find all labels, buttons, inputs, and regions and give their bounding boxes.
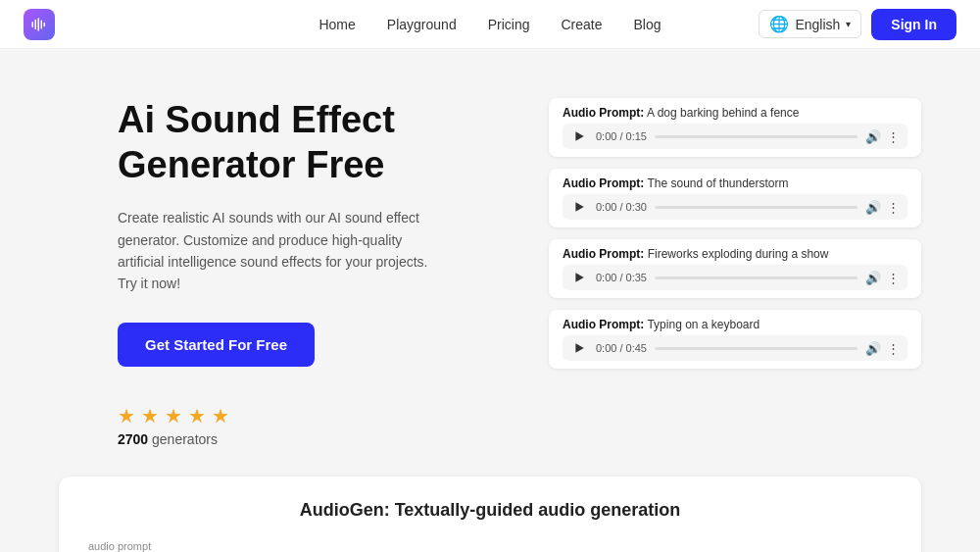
audio-label-3: Audio Prompt: Typing on a keyboard [563, 318, 907, 331]
nav-pricing[interactable]: Pricing [488, 17, 530, 32]
audio-progress-3[interactable] [655, 347, 858, 350]
audio-item-1: Audio Prompt: The sound of thunderstorm … [549, 169, 921, 227]
hero-title: Ai Sound Effect Generator Free [118, 98, 490, 187]
play-button-1[interactable] [570, 198, 588, 216]
volume-icon-0[interactable]: 🔊 [865, 129, 881, 144]
more-icon-3[interactable]: ⋮ [887, 341, 900, 356]
rating-count: 2700 [118, 431, 148, 447]
audio-time-1: 0:00 / 0:30 [596, 201, 647, 213]
svg-rect-0 [32, 22, 34, 27]
main-content: Ai Sound Effect Generator Free Create re… [0, 49, 980, 477]
nav-playground[interactable]: Playground [387, 17, 457, 32]
star-rating: ★ ★ ★ ★ ★ [118, 404, 490, 427]
hero-description: Create realistic AI sounds with our AI s… [118, 207, 431, 295]
more-icon-2[interactable]: ⋮ [887, 271, 900, 285]
volume-icon-1[interactable]: 🔊 [865, 200, 881, 215]
audio-controls-3: 🔊 ⋮ [865, 341, 900, 356]
audio-controls-2: 🔊 ⋮ [865, 271, 900, 285]
nav-blog[interactable]: Blog [633, 17, 661, 32]
more-icon-1[interactable]: ⋮ [887, 200, 900, 215]
nav-links: Home Playground Pricing Create Blog [318, 17, 661, 32]
logo[interactable] [24, 9, 55, 40]
audio-time-3: 0:00 / 0:45 [596, 342, 647, 354]
nav-home[interactable]: Home [318, 17, 355, 32]
hero-section: Ai Sound Effect Generator Free Create re… [118, 98, 490, 447]
svg-marker-5 [575, 131, 583, 141]
audio-prompt-label: audio prompt [88, 540, 603, 552]
svg-rect-3 [41, 20, 43, 28]
language-selector[interactable]: 🌐 English ▾ [759, 10, 861, 38]
chevron-down-icon: ▾ [846, 19, 851, 29]
audio-prompts-list: Audio Prompt: A dog barking behind a fen… [549, 98, 921, 369]
audio-progress-1[interactable] [655, 206, 858, 209]
navbar-right: 🌐 English ▾ Sign In [759, 9, 956, 40]
svg-marker-6 [575, 202, 583, 212]
audio-label-2: Audio Prompt: Fireworks exploding during… [563, 247, 907, 261]
audio-progress-2[interactable] [655, 276, 858, 279]
audio-label-1: Audio Prompt: The sound of thunderstorm [563, 176, 907, 190]
audio-controls-1: 🔊 ⋮ [865, 200, 900, 215]
star-3: ★ [165, 404, 182, 427]
audio-item-0: Audio Prompt: A dog barking behind a fen… [549, 98, 921, 157]
audio-label-0: Audio Prompt: A dog barking behind a fen… [563, 106, 907, 120]
audiogen-title: AudioGen: Textually-guided audio generat… [88, 500, 892, 521]
audio-progress-0[interactable] [655, 135, 858, 138]
audio-player-3: 0:00 / 0:45 🔊 ⋮ [563, 335, 907, 361]
audio-time-0: 0:00 / 0:15 [596, 130, 647, 142]
rating-suffix: generators [148, 431, 218, 447]
sign-in-button[interactable]: Sign In [871, 9, 956, 40]
star-5: ★ [212, 404, 229, 427]
audio-player-1: 0:00 / 0:30 🔊 ⋮ [563, 194, 907, 220]
logo-icon [30, 16, 48, 33]
audio-prompt-group: audio prompt [88, 540, 603, 552]
volume-icon-3[interactable]: 🔊 [865, 341, 881, 356]
rating-text: 2700 generators [118, 431, 490, 447]
svg-rect-2 [38, 18, 40, 31]
star-1: ★ [118, 404, 135, 427]
more-icon-0[interactable]: ⋮ [887, 129, 900, 144]
audio-controls-0: 🔊 ⋮ [865, 129, 900, 144]
audiogen-section: AudioGen: Textually-guided audio generat… [59, 477, 921, 552]
play-button-2[interactable] [570, 269, 588, 286]
audio-player-0: 0:00 / 0:15 🔊 ⋮ [563, 124, 907, 149]
play-button-0[interactable] [570, 127, 588, 145]
volume-icon-2[interactable]: 🔊 [865, 271, 881, 285]
audio-item-2: Audio Prompt: Fireworks exploding during… [549, 239, 921, 298]
language-label: English [795, 17, 840, 32]
globe-icon: 🌐 [769, 15, 789, 33]
svg-marker-7 [575, 273, 583, 282]
audio-player-2: 0:00 / 0:35 🔊 ⋮ [563, 265, 907, 290]
play-button-3[interactable] [570, 339, 588, 357]
audio-item-3: Audio Prompt: Typing on a keyboard 0:00 … [549, 310, 921, 369]
cta-button[interactable]: Get Started For Free [118, 323, 315, 367]
star-2: ★ [141, 404, 159, 427]
nav-create[interactable]: Create [561, 17, 602, 32]
audio-time-2: 0:00 / 0:35 [596, 272, 647, 283]
svg-rect-4 [44, 22, 46, 26]
audiogen-form-row: audio prompt Duration 5 Submit [88, 540, 892, 552]
navbar: Home Playground Pricing Create Blog 🌐 En… [0, 0, 980, 49]
star-4: ★ [188, 404, 206, 427]
svg-rect-1 [35, 19, 37, 29]
svg-marker-8 [575, 343, 583, 353]
